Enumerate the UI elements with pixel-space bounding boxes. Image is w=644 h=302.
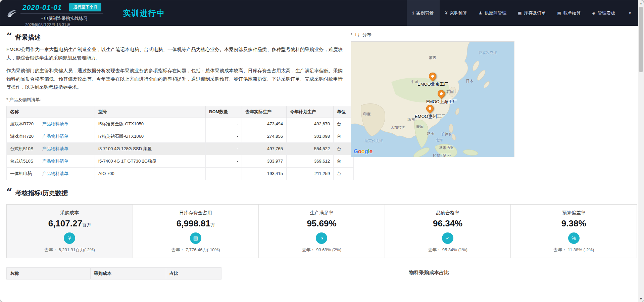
deviation-icon: %: [568, 232, 580, 244]
map-label-laccadive-sea: 拉克代夫海: [364, 138, 383, 143]
location-pin-icon: [427, 71, 438, 81]
bom-count: -: [206, 118, 242, 130]
dashboard-icon: ◈: [592, 11, 595, 15]
nav-item-inventory-orders[interactable]: ▦ 库存及订单: [512, 0, 551, 26]
last-production: 473,494: [242, 118, 287, 130]
map-label-india: 印度: [363, 112, 370, 117]
product-name: 游戏本R720: [10, 121, 41, 127]
col-last-production: 去年实际生产: [242, 106, 287, 118]
kpi-value: 6,998.81万: [133, 218, 259, 229]
inventory-icon: ▦: [518, 11, 522, 15]
nav-label: 库存及订单: [524, 10, 546, 16]
background-title: “ 背景描述: [6, 33, 343, 42]
top-navbar: 2020-01-01 运行至下个月 - 电脑制造采购实战练习 2025年08月2…: [0, 0, 644, 26]
supplier-icon: ♟: [479, 11, 482, 15]
last-production: 497,765: [242, 142, 287, 155]
map-label-indonesia: 印度尼西亚: [433, 153, 451, 157]
app-logo-icon: [4, 0, 19, 26]
kpi-card-quality-rate[interactable]: 品质合格率 96.34% ✓ 去年： 95.34% (1%): [385, 205, 511, 258]
main-nav: ℹ 案例背景 ¥ 采购预算 ♟ 供应商管理 ▦ 库存及订单 ▤ 账单结算 ◈ 管…: [407, 0, 637, 26]
kpi-value: 9.38%: [511, 218, 637, 229]
product-model: i5-7400 4G 1T GT730 2G独显: [95, 155, 206, 167]
map-label-south-china-sea: 南海: [436, 138, 443, 143]
billing-icon: ▤: [557, 11, 561, 15]
kpi-value: 96.34%: [385, 218, 511, 229]
map-pin-shanghai[interactable]: EMOO上海工厂: [438, 90, 445, 97]
nav-item-billing-settlement[interactable]: ▤ 账单结算: [551, 0, 586, 26]
kpi-last-year: 去年： 11.38% (-2%): [511, 247, 637, 253]
table-row: 游戏本R720 产品物料清单 i5标准黄金版-GTX1050 - 473,494…: [7, 118, 354, 130]
kpi-card-production-fulfillment[interactable]: 生产满足率 95.69% ◑ 去年： 93.69% (2%): [258, 205, 385, 258]
quality-icon: ✓: [442, 232, 453, 244]
kpi-last-year: 去年： 6,231.91百万(-2%): [7, 247, 133, 253]
product-model: i7精英钻石版-GTX1060: [95, 130, 206, 142]
map-pin-huizhou[interactable]: EMOO惠州工厂: [426, 105, 434, 112]
map-label-china: 中国: [411, 79, 418, 84]
scrollbar-thumb[interactable]: [639, 7, 643, 72]
kpi-label: 日库存资金占用: [133, 210, 259, 216]
factory-map[interactable]: 鄂霍次克海 蒙古 中国 日本 韩国 印度 缅甸 泰国 越南 菲律宾 马来西亚 印…: [351, 41, 514, 157]
table-row: 一体机电脑 产品物料清单 AIO 700 - 193,415 211,259 台: [7, 167, 354, 180]
map-label-japan: 日本: [466, 79, 473, 84]
nav-item-procurement-budget[interactable]: ¥ 采购预算: [440, 0, 473, 26]
bom-link[interactable]: 产品物料清单: [42, 146, 68, 151]
chevron-down-icon: ▾: [629, 11, 631, 15]
map-label-malaysia: 马来西亚: [439, 145, 454, 150]
quote-icon: “: [6, 33, 12, 40]
course-subtitle: - 电脑制造采购实战练习: [41, 15, 103, 21]
bom-link[interactable]: 产品物料清单: [42, 121, 68, 126]
bom-link[interactable]: 产品物料清单: [42, 134, 68, 139]
col-model: 型号: [95, 106, 206, 118]
kpi-label: 品质合格率: [385, 210, 511, 216]
money-icon: ¥: [64, 232, 75, 244]
nav-label: 供应商管理: [485, 10, 506, 16]
material-table-header: 名称 采购成本 占比: [7, 267, 221, 279]
nav-item-case-background[interactable]: ℹ 案例背景: [407, 0, 440, 26]
col-bom: BOM数量: [206, 106, 242, 118]
map-label-thailand: 泰国: [416, 124, 424, 129]
map-label-myanmar: 缅甸: [407, 117, 415, 122]
page-content: “ 背景描述 EMOO公司作为一家大型电脑生产制造企业，以生产笔记本电脑、台式电…: [0, 26, 644, 279]
kpi-card-budget-deviation[interactable]: 预算偏差率 9.38% % 去年： 11.38% (-2%): [510, 205, 637, 258]
vertical-scrollbar[interactable]: ▲ ▼: [638, 0, 644, 302]
factory-map-section: * 工厂分布:: [351, 31, 637, 180]
production-icon: ◑: [316, 232, 327, 244]
kpi-card-procurement-cost[interactable]: 采购成本 6,107.27百万 ¥ 去年： 6,231.91百万(-2%): [6, 205, 133, 258]
table-row: 游戏本R720 产品物料清单 i7精英钻石版-GTX1060 - 274,856…: [7, 130, 354, 142]
plan-production: 492,670: [287, 118, 334, 130]
last-production: 333,977: [242, 155, 287, 167]
product-name: 台式机510S: [10, 158, 41, 164]
bom-link[interactable]: 产品物料清单: [42, 171, 68, 176]
col-procurement-cost: 采购成本: [91, 267, 166, 279]
kpi-card-inventory-capital[interactable]: 日库存资金占用 6,998.81万 ▤ 去年： 7,776.46万(-10%): [133, 205, 259, 258]
nav-more-dropdown[interactable]: ▾: [623, 0, 637, 26]
product-model: i5标准黄金版-GTX1050: [95, 118, 206, 130]
product-model: AIO 700: [95, 167, 206, 180]
kpi-label: 预算偏差率: [511, 210, 637, 216]
pin-label: EMOO惠州工厂: [415, 114, 446, 120]
factory-map-label: * 工厂分布:: [351, 32, 637, 38]
background-paragraph-1: EMOO公司作为一家大型电脑生产制造企业，以生产笔记本电脑、台式电脑、一体机等产…: [6, 45, 343, 62]
nav-label: 采购预算: [450, 10, 467, 16]
pin-label: EMOO上海工厂: [426, 99, 457, 105]
last-production: 274,856: [242, 130, 287, 142]
kpi-cards: 采购成本 6,107.27百万 ¥ 去年： 6,231.91百万(-2%) 日库…: [6, 204, 637, 258]
kpi-section-title: “ 考核指标/历史数据: [6, 189, 637, 198]
info-icon: ℹ: [412, 11, 414, 15]
bom-count: -: [206, 155, 242, 167]
run-next-month-button[interactable]: 运行至下个月: [69, 3, 101, 11]
kpi-last-year: 去年： 95.34% (1%): [385, 247, 511, 253]
kpi-detail-section: 名称 采购成本 占比 物料采购成本占比: [6, 267, 637, 279]
plan-production: 211,259: [287, 167, 334, 180]
scroll-down-icon[interactable]: ▼: [638, 296, 644, 302]
background-paragraph-2: 作为采购部门的主管和关键人员，通过数据分析发现去年采购业务的多项指标存在问题，包…: [6, 67, 343, 91]
nav-item-supplier-management[interactable]: ♟ 供应商管理: [473, 0, 512, 26]
col-name: 名称: [7, 106, 95, 118]
scroll-up-icon[interactable]: ▲: [638, 0, 644, 6]
map-pin-beijing[interactable]: EMOO北京工厂: [429, 73, 436, 80]
bom-link[interactable]: 产品物料清单: [42, 159, 68, 164]
nav-item-management-dashboard[interactable]: ◈ 管理看板: [587, 0, 621, 26]
product-name: 游戏本R720: [10, 133, 41, 139]
map-label-korea: 韩国: [446, 89, 454, 94]
kpi-label: 生产满足率: [259, 210, 385, 216]
